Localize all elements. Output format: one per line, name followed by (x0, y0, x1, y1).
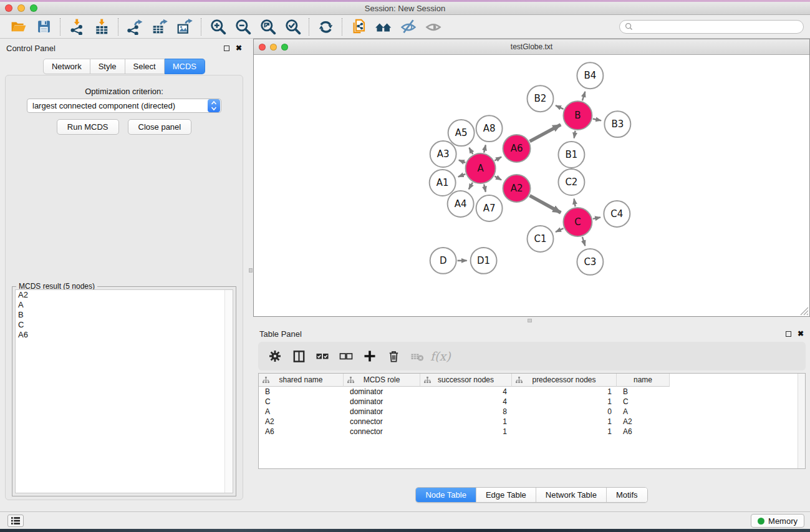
tab-network-table[interactable]: Network Table (536, 488, 606, 502)
table-cell[interactable]: 0 (512, 407, 617, 417)
graph-node-A[interactable]: A (466, 153, 496, 183)
edge-C-C4[interactable] (593, 217, 600, 218)
column-header-predecessor-nodes[interactable]: predecessor nodes (512, 374, 617, 387)
graph-node-D[interactable]: D (430, 248, 456, 274)
edge-A-A2[interactable] (494, 177, 501, 180)
table-row[interactable]: A6connector11A6 (259, 427, 805, 437)
list-item[interactable]: A6 (16, 330, 233, 340)
table-row[interactable]: Adominator80A (259, 407, 805, 417)
graph-node-B2[interactable]: B2 (528, 85, 554, 112)
edge-B-B4[interactable] (582, 92, 585, 100)
resize-grip-icon[interactable] (800, 307, 809, 316)
table-cell[interactable]: C (617, 397, 670, 407)
export-network-button[interactable] (122, 16, 147, 37)
close-panel-button[interactable]: ✖ (236, 44, 242, 52)
float-table-panel-button[interactable] (786, 331, 791, 337)
tab-edge-table[interactable]: Edge Table (476, 488, 536, 502)
table-cell[interactable]: 1 (420, 417, 512, 427)
table-cell[interactable]: A6 (259, 427, 344, 437)
search-field[interactable] (619, 20, 804, 34)
table-row[interactable]: Cdominator41C (259, 397, 805, 407)
open-file-button[interactable] (6, 16, 31, 37)
graph-node-A5[interactable]: A5 (448, 120, 475, 146)
table-cell[interactable]: A2 (617, 417, 670, 427)
float-panel-button[interactable] (224, 46, 229, 51)
table-cell[interactable]: 1 (420, 427, 512, 437)
refresh-button[interactable] (313, 16, 338, 37)
tab-network[interactable]: Network (43, 59, 90, 74)
edge-A2-C[interactable] (530, 196, 561, 213)
edge-C-C1[interactable] (556, 228, 564, 232)
network-close-button[interactable] (259, 44, 266, 51)
run-mcds-button[interactable]: Run MCDS (57, 119, 119, 135)
graph-node-B4[interactable]: B4 (577, 62, 603, 89)
close-table-panel-button[interactable]: ✖ (798, 330, 804, 337)
edge-A-A8[interactable] (484, 145, 486, 152)
task-history-button[interactable] (7, 515, 24, 527)
zoom-fit-button[interactable] (255, 16, 280, 37)
table-cell[interactable]: 1 (512, 397, 617, 407)
table-cell[interactable]: B (259, 387, 344, 397)
memory-button[interactable]: Memory (751, 514, 804, 528)
table-cell[interactable]: A (617, 407, 670, 417)
close-window-button[interactable] (5, 4, 12, 12)
table-cell[interactable]: dominator (344, 397, 420, 407)
zoom-in-button[interactable] (205, 16, 230, 37)
edge-A-A5[interactable] (470, 148, 473, 154)
graph-node-A6[interactable]: A6 (503, 135, 531, 162)
graph-node-B1[interactable]: B1 (558, 142, 584, 168)
delete-columns-button[interactable] (383, 345, 404, 367)
tab-motifs[interactable]: Motifs (606, 488, 647, 502)
edge-B-B1[interactable] (574, 131, 576, 138)
horizontal-splitter[interactable] (253, 317, 810, 324)
zoom-out-button[interactable] (230, 16, 255, 37)
table-cell[interactable]: A6 (617, 427, 670, 437)
column-header-name[interactable]: name (617, 374, 670, 387)
graph-node-B3[interactable]: B3 (604, 111, 630, 137)
home-button[interactable] (371, 16, 396, 37)
show-columns-button[interactable] (288, 345, 309, 367)
result-list-scrollbar[interactable] (224, 290, 233, 493)
list-item[interactable]: A2 (16, 290, 233, 300)
graph-node-C1[interactable]: C1 (528, 226, 554, 252)
graph-node-A2[interactable]: A2 (503, 175, 531, 202)
list-item[interactable]: C (16, 320, 233, 330)
save-session-button[interactable] (31, 16, 56, 37)
table-scrollbar[interactable] (798, 374, 805, 468)
edge-C-C2[interactable] (574, 199, 576, 207)
table-cell[interactable]: 1 (512, 417, 617, 427)
export-table-button[interactable] (147, 16, 172, 37)
column-header-successor-nodes[interactable]: successor nodes (420, 374, 512, 387)
hide-visibility-button[interactable] (396, 16, 421, 37)
tab-style[interactable]: Style (90, 59, 125, 74)
tab-node-table[interactable]: Node Table (416, 488, 476, 502)
table-cell[interactable]: C (259, 397, 344, 407)
edge-A6-B[interactable] (530, 125, 561, 142)
duplicate-network-button[interactable] (346, 16, 371, 37)
edge-A-A6[interactable] (494, 157, 501, 161)
table-cell[interactable]: connector (344, 427, 420, 437)
edge-C-C3[interactable] (582, 237, 585, 246)
table-cell[interactable]: 4 (420, 397, 512, 407)
graph-node-C4[interactable]: C4 (604, 201, 630, 227)
export-image-button[interactable] (172, 16, 197, 37)
edge-A-A4[interactable] (469, 183, 473, 190)
close-panel-button-inner[interactable]: Close panel (128, 119, 192, 135)
graph-node-C2[interactable]: C2 (558, 169, 584, 195)
list-item[interactable]: B (16, 310, 233, 320)
splitter-grip[interactable] (528, 319, 532, 322)
table-cell[interactable]: 1 (512, 427, 617, 437)
column-header-mcds-role[interactable]: MCDS role (344, 374, 420, 387)
node-table[interactable]: shared nameMCDS rolesuccessor nodesprede… (258, 373, 806, 469)
graph-node-A1[interactable]: A1 (430, 170, 456, 196)
edge-B-B3[interactable] (593, 118, 601, 120)
import-table-button[interactable] (89, 16, 114, 37)
table-cell[interactable]: 8 (420, 407, 512, 417)
network-maximize-button[interactable] (281, 44, 288, 51)
table-cell[interactable]: A2 (259, 417, 344, 427)
table-cell[interactable]: 1 (512, 387, 617, 397)
graph-node-C[interactable]: C (563, 208, 592, 236)
table-row[interactable]: A2connector11A2 (259, 417, 805, 427)
graph-node-A8[interactable]: A8 (476, 115, 503, 142)
table-cell[interactable]: B (617, 387, 670, 397)
